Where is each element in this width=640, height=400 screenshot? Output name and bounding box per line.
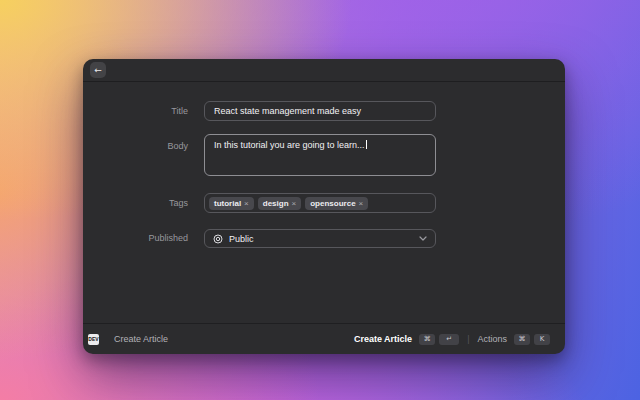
tags-label: Tags [83,193,188,213]
enter-key-icon: ↵ [439,334,459,345]
title-value: React state management made easy [214,106,361,116]
body-row: Body In this tutorial you are going to l… [83,134,565,176]
tag-chip[interactable]: design × [258,197,301,210]
desktop-background: ← Title React state management made easy… [0,0,640,400]
back-button[interactable]: ← [90,62,106,78]
tag-remove-icon[interactable]: × [244,199,249,208]
published-label: Published [83,229,188,248]
globe-icon [213,234,223,244]
body-label: Body [83,134,188,176]
body-textarea[interactable]: In this tutorial you are going to learn.… [204,134,436,176]
tag-chip-label: tutorial [214,199,241,208]
cmd-key-icon: ⌘ [419,334,435,345]
tag-chip-label: design [263,199,289,208]
k-key-icon: K [534,334,550,345]
body-value: In this tutorial you are going to learn.… [214,140,365,150]
actions-area: Create Article ⌘ ↵ | Actions ⌘ K [354,334,550,345]
title-row: Title React state management made easy [83,101,565,121]
title-input[interactable]: React state management made easy [204,101,436,121]
published-row: Published Public [83,229,565,248]
create-article-window: ← Title React state management made easy… [83,59,565,354]
tag-remove-icon[interactable]: × [292,199,297,208]
tag-chip[interactable]: opensource × [305,197,368,210]
title-label: Title [83,101,188,121]
tags-row: Tags tutorial × design × opensource × [83,193,565,213]
published-select[interactable]: Public [204,229,436,248]
tag-remove-icon[interactable]: × [359,199,364,208]
actions-menu-button[interactable]: Actions [477,334,507,344]
back-arrow-icon: ← [94,66,102,75]
tag-chip[interactable]: tutorial × [209,197,254,210]
published-value: Public [229,234,254,244]
chevron-down-icon [419,236,427,241]
window-header: ← [83,59,565,82]
cmd-key-icon: ⌘ [514,334,530,345]
footer-divider: | [467,334,469,344]
extension-info: DEV Create Article [88,334,168,345]
extension-name: Create Article [114,334,168,344]
tag-chip-label: opensource [310,199,355,208]
text-caret [366,140,367,149]
action-bar: DEV Create Article Create Article ⌘ ↵ | … [83,323,565,354]
create-article-action[interactable]: Create Article [354,334,412,344]
tags-input[interactable]: tutorial × design × opensource × [204,193,436,213]
dev-logo: DEV [88,334,99,345]
